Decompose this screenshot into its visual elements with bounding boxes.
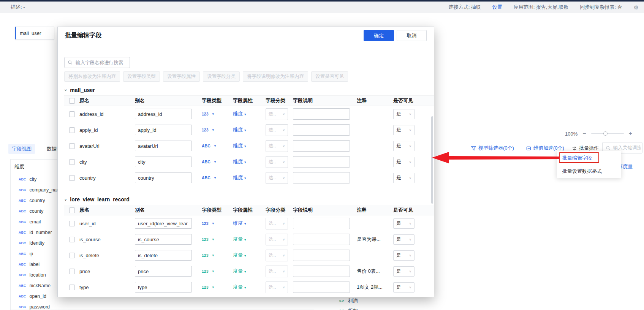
visible-select[interactable]: 是∨ (393, 173, 415, 183)
visible-select[interactable]: 是∨ (393, 250, 415, 261)
category-select[interactable]: 选..∨ (266, 282, 288, 293)
field-item[interactable]: ABCpassword (11, 302, 314, 310)
field-type-dropdown[interactable]: ABC▾ (202, 160, 233, 164)
category-select[interactable]: 选..∨ (266, 234, 288, 245)
measure-item[interactable]: 0.2 利润 (339, 297, 358, 304)
description-input[interactable] (293, 234, 350, 245)
tab-field-view[interactable]: 字段视图 (8, 144, 35, 154)
visible-select[interactable]: 是∨ (393, 234, 415, 245)
field-attr-dropdown[interactable]: 度量▾ (233, 268, 266, 275)
description-input[interactable] (293, 282, 350, 293)
visible-select[interactable]: 是∨ (393, 157, 415, 167)
visible-select[interactable]: 是∨ (393, 141, 415, 151)
field-type-dropdown[interactable]: 123▾ (202, 128, 233, 132)
visible-select[interactable]: 是∨ (393, 218, 415, 229)
bulk-action-button[interactable]: 设置字段分类 (203, 71, 240, 82)
zoom-out-button[interactable]: − (582, 131, 586, 137)
field-attr-dropdown[interactable]: 维度▾ (233, 174, 266, 181)
gear-icon[interactable]: ⚙ (634, 5, 639, 10)
row-checkbox[interactable] (69, 269, 75, 274)
description-input[interactable] (293, 156, 350, 168)
field-attr-dropdown[interactable]: 维度▾ (233, 111, 266, 117)
table-node-mall-user[interactable]: mall_user (15, 27, 54, 40)
category-select[interactable]: 选..∨ (266, 156, 288, 168)
bulk-action-button[interactable]: 将字段说明修改为注释内容 (243, 71, 308, 82)
row-checkbox[interactable] (69, 237, 75, 242)
row-checkbox[interactable] (69, 111, 75, 117)
category-select[interactable]: 选..∨ (266, 124, 288, 136)
row-checkbox[interactable] (69, 175, 75, 181)
description-input[interactable] (293, 218, 350, 229)
model-filter-button[interactable]: 模型筛选器(0个) (471, 145, 514, 152)
category-select[interactable]: 选..∨ (266, 108, 288, 120)
cancel-button[interactable]: 取消 (397, 30, 427, 41)
select-all-checkbox[interactable] (69, 207, 75, 213)
field-type-dropdown[interactable]: 123▾ (202, 237, 233, 242)
zoom-in-button[interactable]: + (629, 131, 632, 137)
section-header[interactable]: ∨lore_view_learn_record (64, 196, 434, 203)
field-attr-dropdown[interactable]: 度量▾ (233, 284, 266, 291)
measure-item[interactable]: 0.2 折扣 (339, 307, 358, 310)
field-search-input[interactable] (75, 60, 128, 66)
description-input[interactable] (293, 172, 350, 183)
zoom-slider[interactable] (591, 131, 624, 136)
description-input[interactable] (293, 266, 350, 277)
field-attr-dropdown[interactable]: 维度▾ (233, 158, 266, 165)
alias-input[interactable] (135, 250, 192, 261)
alias-input[interactable] (135, 266, 192, 277)
description-input[interactable] (293, 124, 350, 136)
alias-input[interactable] (135, 141, 192, 151)
alias-input[interactable] (135, 109, 192, 119)
row-checkbox[interactable] (69, 127, 75, 133)
bulk-action-button[interactable]: 设置是否可见 (311, 71, 348, 82)
alias-input[interactable] (135, 172, 192, 183)
category-select[interactable]: 选..∨ (266, 266, 288, 277)
field-type-dropdown[interactable]: 123▾ (202, 269, 233, 274)
row-checkbox[interactable] (69, 159, 75, 165)
alias-input[interactable] (135, 157, 192, 167)
field-attr-dropdown[interactable]: 维度▾ (233, 220, 266, 227)
field-search-box[interactable] (64, 57, 130, 68)
row-checkbox[interactable] (69, 253, 75, 258)
category-select[interactable]: 选..∨ (266, 140, 288, 152)
alias-input[interactable] (135, 125, 192, 135)
description-input[interactable] (293, 250, 350, 261)
field-attr-dropdown[interactable]: 维度▾ (233, 127, 266, 133)
modal-scrollbar[interactable] (431, 116, 433, 204)
section-header[interactable]: ∨mall_user (64, 86, 434, 94)
category-select[interactable]: 选..∨ (266, 218, 288, 229)
bulk-action-button[interactable]: 设置字段属性 (163, 71, 200, 82)
menu-item-batch-edit-fields[interactable]: 批量编辑字段 (557, 151, 621, 164)
description-input[interactable] (293, 140, 350, 152)
settings-link[interactable]: 设置 (492, 4, 502, 11)
field-type-dropdown[interactable]: ABC▾ (202, 176, 233, 180)
select-all-checkbox[interactable] (69, 98, 75, 104)
field-attr-dropdown[interactable]: 度量▾ (233, 252, 266, 259)
description-input[interactable] (293, 108, 350, 120)
category-select[interactable]: 选..∨ (266, 250, 288, 261)
visible-select[interactable]: 是∨ (393, 282, 415, 293)
confirm-button[interactable]: 确定 (364, 30, 394, 41)
row-checkbox[interactable] (69, 285, 75, 290)
alias-input[interactable] (135, 218, 192, 229)
row-checkbox[interactable] (69, 143, 75, 149)
visible-select[interactable]: 是∨ (393, 109, 415, 119)
menu-item-batch-set-format[interactable]: 批量设置数据格式 (557, 164, 621, 178)
field-type-dropdown[interactable]: 123▾ (202, 221, 233, 226)
field-type-dropdown[interactable]: 123▾ (202, 253, 233, 258)
field-attr-dropdown[interactable]: 维度▾ (233, 142, 266, 149)
zoom-slider-knob[interactable] (603, 131, 608, 136)
field-type-dropdown[interactable]: 123▾ (202, 112, 233, 116)
keyword-search-input[interactable] (612, 145, 641, 151)
visible-select[interactable]: 是∨ (393, 266, 415, 277)
field-type-dropdown[interactable]: 123▾ (202, 285, 233, 289)
alias-input[interactable] (135, 234, 192, 245)
row-checkbox[interactable] (69, 221, 75, 226)
alias-input[interactable] (135, 282, 192, 293)
field-attr-dropdown[interactable]: 度量▾ (233, 236, 266, 243)
category-select[interactable]: 选..∨ (266, 172, 288, 184)
bulk-action-button[interactable]: 将别名修改为注释内容 (64, 71, 120, 82)
visible-select[interactable]: 是∨ (393, 125, 415, 135)
field-type-dropdown[interactable]: ABC▾ (202, 144, 233, 148)
bulk-action-button[interactable]: 设置字段类型 (123, 71, 160, 82)
